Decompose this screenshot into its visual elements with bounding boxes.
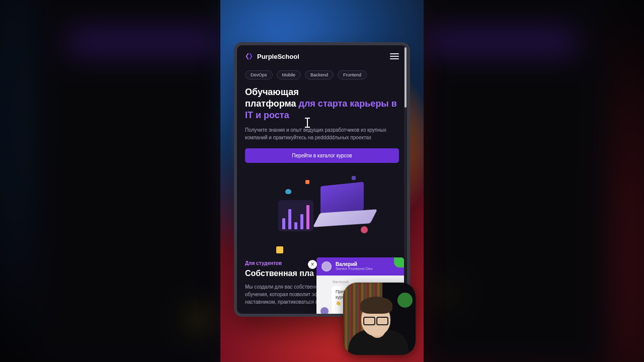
section-body: Мы создали для вас собственную обучения,… <box>245 283 328 306</box>
brand-logo-icon <box>245 52 253 60</box>
hero: Обучающая платформа для старта карьеры в… <box>237 86 407 141</box>
bar-chart-illustration <box>278 200 313 231</box>
decor-red-circle <box>361 226 368 233</box>
message-avatar <box>320 307 329 314</box>
mobile-device-frame: PurpleSchool DevOps Mobile Backend Front… <box>234 42 410 317</box>
brand-name: PurpleSchool <box>257 53 299 60</box>
chat-close-button[interactable]: × <box>308 260 317 269</box>
top-bar: PurpleSchool <box>237 45 407 65</box>
decor-js-icon <box>276 246 283 253</box>
tag-row: DevOps Mobile Backend Frontend <box>237 65 407 86</box>
mobile-screen: PurpleSchool DevOps Mobile Backend Front… <box>237 45 407 314</box>
decor-purple-dot <box>352 176 356 180</box>
hero-title: Обучающая платформа для старта карьеры в… <box>245 86 399 121</box>
chat-agent-role: Senior Frontend Dev <box>336 267 373 272</box>
menu-button[interactable] <box>390 53 399 59</box>
tag-backend[interactable]: Backend <box>305 70 334 79</box>
cta-button[interactable]: Перейти в каталог курсов <box>245 148 399 163</box>
hero-title-line2-plain: платформа <box>245 99 299 109</box>
hero-subtitle: Получите знания и опыт ведущих разработч… <box>245 126 399 141</box>
tag-devops[interactable]: DevOps <box>245 70 273 79</box>
hero-title-line1: Обучающая <box>245 87 299 97</box>
chat-header: Валерий Senior Frontend Dev <box>316 257 404 276</box>
decor-cloud-icon <box>285 189 291 194</box>
tag-frontend[interactable]: Frontend <box>338 70 367 79</box>
chat-avatar <box>321 261 332 272</box>
brand[interactable]: PurpleSchool <box>245 52 299 60</box>
laptop-illustration <box>317 184 373 229</box>
decor-orange-dot <box>305 180 309 184</box>
presenter-webcam <box>343 283 416 355</box>
tag-mobile[interactable]: Mobile <box>277 70 301 79</box>
hero-illustration <box>237 172 407 257</box>
